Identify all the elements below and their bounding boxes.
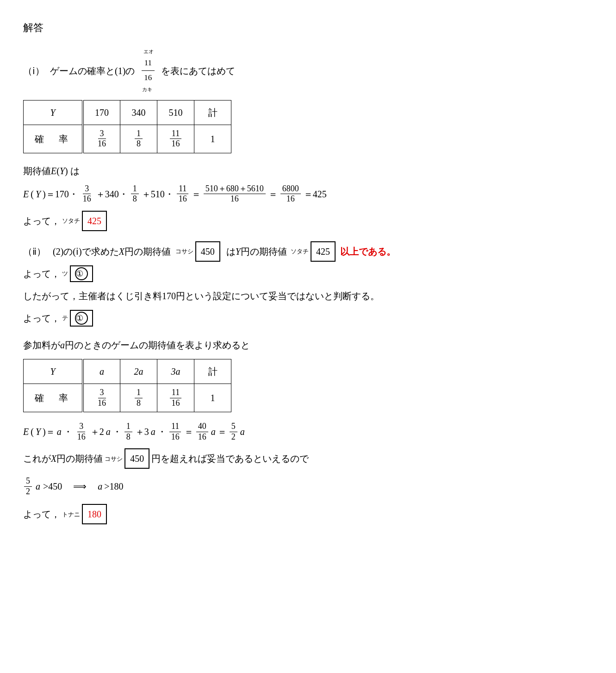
korega-line: これが X 円の期待値 コサシ 450 円を超えれば妥当であるといえるので bbox=[23, 448, 593, 469]
frac2-1-8: 18 bbox=[135, 388, 143, 408]
page-title: 解答 bbox=[23, 19, 593, 37]
table2-intro-line: 参加料が a 円のときのゲームの期待値を表より求めると bbox=[23, 337, 593, 353]
fraction-den: 16 bbox=[141, 71, 155, 85]
table-cell-kei: 計 bbox=[194, 100, 231, 125]
fraction-11-16: 11 16 bbox=[170, 129, 182, 149]
frac2-3-16: 316 bbox=[96, 388, 108, 408]
yotte3-text: よって， bbox=[23, 310, 60, 327]
inequality-line: 52 a >450 ⟹ a >180 bbox=[23, 476, 593, 497]
table-row: 確 率 316 18 1116 1 bbox=[24, 384, 231, 412]
table2-cell-total: 1 bbox=[194, 384, 231, 412]
table2-section: 参加料が a 円のときのゲームの期待値を表より求めると Y a 2a 3a 計 … bbox=[23, 337, 593, 525]
shitagatte-line: したがって，主催者はくじ引き料170円という設定について妥当ではないと判断する。 bbox=[23, 288, 593, 304]
ans-te: ① bbox=[70, 310, 93, 327]
table-cell-total: 1 bbox=[194, 125, 231, 153]
circled-zero-1: ① bbox=[75, 267, 88, 280]
table-row: Y 170 340 510 計 bbox=[24, 100, 231, 125]
frac2-11-16: 1116 bbox=[170, 388, 182, 408]
ans-sotachi2: 425 bbox=[311, 241, 336, 262]
tonani-label: トナニ bbox=[62, 509, 80, 520]
yotte1-text: よって， bbox=[23, 213, 60, 229]
ineq-gt: >450 bbox=[43, 478, 62, 495]
label-kaki-bot: カキ bbox=[142, 85, 152, 94]
ey-equation-2: E ( Y )＝ a ・ 316 ＋2 a ・ 18 ＋3 a ・ 1116 ＝… bbox=[23, 421, 593, 442]
table2-cell-2a: 2a bbox=[120, 359, 157, 384]
eq2-ey: E bbox=[23, 423, 29, 440]
yotte-2-line: よって， ツ ① bbox=[23, 265, 593, 282]
label-eoki-top: エオ bbox=[143, 47, 154, 57]
te-label: テ bbox=[62, 313, 68, 323]
table-cell-prob-label: 確 率 bbox=[24, 125, 83, 153]
frac3-1-8: 18 bbox=[124, 421, 132, 442]
table2-cell-a: a bbox=[83, 359, 120, 384]
table2-cell-prob-label: 確 率 bbox=[24, 384, 83, 412]
table-cell-p1: 3 16 bbox=[83, 125, 120, 153]
frac-ineq-5-2: 52 bbox=[24, 476, 32, 497]
frac-sum: 510＋680＋561016 bbox=[204, 184, 266, 204]
frac3-40-16: 4016 bbox=[196, 421, 208, 442]
part-ii-section: （ⅱ） (2)の(ⅰ)で求めた X 円の期待値 コサシ 450 は Y 円の期待… bbox=[23, 241, 593, 327]
fraction-1-8: 1 8 bbox=[135, 129, 143, 149]
part-ii-main-line: （ⅱ） (2)の(ⅰ)で求めた X 円の期待値 コサシ 450 は Y 円の期待… bbox=[23, 241, 593, 262]
kosashi-label: コサシ bbox=[175, 246, 193, 257]
frac-6800: 680016 bbox=[280, 184, 301, 204]
ineq-a2: a bbox=[98, 478, 102, 495]
ineq-arrow-icon: ⟹ bbox=[73, 478, 87, 495]
table-cell-340: 340 bbox=[120, 100, 157, 125]
table2-cell-3a: 3a bbox=[157, 359, 194, 384]
fraction-3-16: 3 16 bbox=[96, 129, 108, 149]
part-ii-label-text: （ⅱ） bbox=[23, 243, 46, 260]
part-ii-text1: (2)の(ⅰ)で求めた X 円の期待値 bbox=[50, 243, 171, 260]
frac-3-16-eq: 316 bbox=[81, 184, 93, 204]
part-i-text: ゲームの確率と(1)の bbox=[50, 63, 135, 79]
sotachi2-label: ソタチ bbox=[291, 246, 309, 257]
ans-tsu: ① bbox=[70, 265, 93, 282]
circled-zero-2: ① bbox=[75, 312, 88, 325]
table2-cell-p3: 1116 bbox=[157, 384, 194, 412]
frac-1-8-eq: 18 bbox=[131, 184, 139, 204]
yotte4-text: よって， bbox=[23, 506, 60, 522]
part-ii-text3: は Y 円の期待値 bbox=[224, 243, 287, 260]
table-cell-170: 170 bbox=[83, 100, 120, 125]
ineq-a: a bbox=[36, 478, 40, 495]
part-i-intro-line: （ⅰ） ゲームの確率と(1)の エオ 11 16 カキ を表にあてはめて bbox=[23, 47, 593, 94]
table-cell-p3: 11 16 bbox=[157, 125, 194, 153]
kosashi2-label: コサシ bbox=[105, 453, 123, 464]
expected-value-label-line: 期待値 E(Y) は bbox=[23, 163, 593, 179]
yotte-1-line: よって， ソタチ 425 bbox=[23, 211, 593, 231]
ans-tonani: 180 bbox=[82, 504, 107, 524]
table2-intro-text: 参加料が a 円のときのゲームの期待値を表より求めると bbox=[23, 337, 250, 353]
table2-cell-y: Y bbox=[24, 359, 83, 384]
ey-label: 期待値 E(Y) は bbox=[23, 163, 80, 179]
fraction-eoki: エオ 11 16 カキ bbox=[141, 47, 155, 94]
sotachi-label: ソタチ bbox=[62, 215, 80, 226]
frac-11-16-eq: 1116 bbox=[177, 184, 189, 204]
shitagatte-text: したがって，主催者はくじ引き料170円という設定について妥当ではないと判断する。 bbox=[23, 288, 380, 304]
text-endpart: 円を超えれば妥当であるといえるので bbox=[151, 450, 309, 467]
probability-table-1: Y 170 340 510 計 確 率 3 16 1 8 1 bbox=[23, 100, 231, 153]
table2-cell-p2: 18 bbox=[120, 384, 157, 412]
part-i-section: （ⅰ） ゲームの確率と(1)の エオ 11 16 カキ を表にあてはめて Y 1… bbox=[23, 47, 593, 231]
tsu-label: ツ bbox=[62, 268, 68, 279]
ijou-text: 以上である。 bbox=[340, 243, 396, 260]
table2-cell-p1: 316 bbox=[83, 384, 120, 412]
ans-kosashi: 450 bbox=[195, 241, 220, 262]
table2-cell-kei: 計 bbox=[194, 359, 231, 384]
frac3-11-16: 1116 bbox=[169, 421, 181, 442]
table-row: 確 率 3 16 1 8 11 16 1 bbox=[24, 125, 231, 153]
yotte-4-line: よって， トナニ 180 bbox=[23, 504, 593, 524]
eq-ey: E bbox=[23, 186, 29, 202]
fraction-num: 11 bbox=[142, 56, 155, 71]
ey-equation: E(Y)＝170・ 316 ＋340・ 18 ＋510・ 1116 ＝ 510＋… bbox=[23, 184, 593, 204]
table-cell-p2: 1 8 bbox=[120, 125, 157, 153]
table-cell-y-header: Y bbox=[24, 100, 83, 125]
probability-table-2: Y a 2a 3a 計 確 率 316 18 1116 bbox=[23, 359, 231, 412]
table-cell-510: 510 bbox=[157, 100, 194, 125]
part-i-label: （ⅰ） bbox=[23, 63, 44, 79]
ans-sotachi: 425 bbox=[82, 211, 107, 231]
part-i-text2: を表にあてはめて bbox=[161, 63, 235, 79]
korega-text: これが X 円の期待値 bbox=[23, 450, 103, 467]
yotte-3-line: よって， テ ① bbox=[23, 310, 593, 327]
frac3-5-2: 52 bbox=[230, 421, 237, 442]
table-row: Y a 2a 3a 計 bbox=[24, 359, 231, 384]
